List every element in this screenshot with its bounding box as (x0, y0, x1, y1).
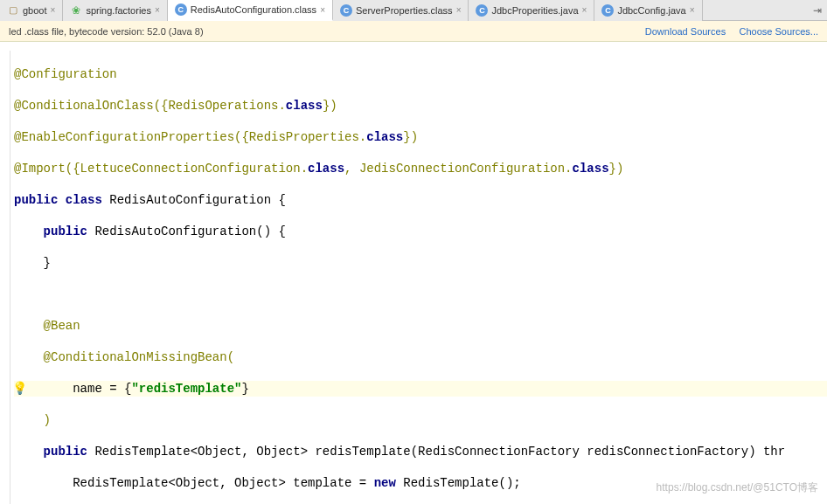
gutter[interactable] (0, 51, 10, 504)
close-icon[interactable]: × (320, 5, 325, 15)
tab-redis-auto-configuration[interactable]: CRedisAutoConfiguration.class× (168, 0, 333, 21)
tabs-overflow-icon[interactable]: ⇥ (808, 4, 827, 17)
class-icon: C (601, 4, 614, 17)
close-icon[interactable]: × (690, 5, 695, 15)
info-links: Download Sources Choose Sources... (635, 25, 818, 38)
class-icon: C (476, 4, 488, 17)
code-editor[interactable]: @Configuration @ConditionalOnClass({Redi… (0, 42, 827, 504)
intention-bulb-icon[interactable]: 💡 (12, 381, 24, 397)
close-icon[interactable]: × (582, 5, 587, 15)
leaf-icon: ❀ (70, 4, 82, 17)
close-icon[interactable]: × (51, 5, 56, 15)
bytecode-info: led .class file, bytecode version: 52.0 … (9, 26, 204, 37)
download-sources-link[interactable]: Download Sources (645, 26, 726, 37)
tab-jdbc-config[interactable]: CJdbcConfig.java× (594, 0, 702, 21)
tab-server-properties[interactable]: CServerProperties.class× (333, 0, 469, 21)
decompiled-info-bar: led .class file, bytecode version: 52.0 … (0, 21, 827, 42)
tab-spring-factories[interactable]: ❀spring.factories× (63, 0, 167, 21)
editor-tabs: ▢gboot× ❀spring.factories× CRedisAutoCon… (0, 0, 827, 21)
class-icon: C (175, 3, 187, 16)
choose-sources-link[interactable]: Choose Sources... (740, 26, 819, 37)
tab-gboot[interactable]: ▢gboot× (0, 0, 63, 21)
close-icon[interactable]: × (456, 5, 462, 15)
class-icon: C (340, 4, 352, 17)
folder-icon: ▢ (7, 4, 19, 17)
tab-jdbc-properities[interactable]: CJdbcProperities.java× (469, 0, 594, 21)
close-icon[interactable]: × (155, 5, 160, 15)
code-content[interactable]: @Configuration @ConditionalOnClass({Redi… (10, 51, 827, 504)
